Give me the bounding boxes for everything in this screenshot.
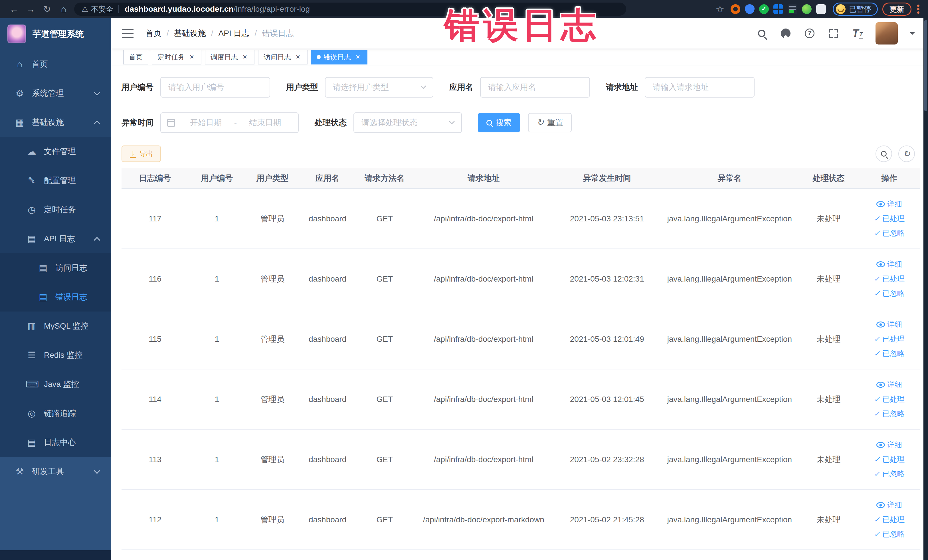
mark-processed-link[interactable]: 已处理 [874,455,905,464]
bookmark-star-icon[interactable] [716,3,724,15]
sidebar-item[interactable]: ✎ 配置管理 [0,166,111,195]
sidebar-scrollbar[interactable] [0,550,111,560]
browser-reload-icon[interactable] [39,0,55,18]
user-id-input[interactable] [160,77,270,98]
mark-processed-link[interactable]: 已处理 [874,394,905,404]
detail-link[interactable]: 详细 [876,319,902,330]
mark-ignored-link[interactable]: 已忽略 [874,288,905,298]
tab[interactable]: 首页 [123,50,148,64]
user-type-select[interactable]: 请选择用户类型 [325,77,433,98]
tab[interactable]: 定时任务 [152,50,201,64]
tab[interactable]: 错误日志 [311,50,368,64]
browser-scrollbar[interactable] [923,18,928,560]
sidebar-item[interactable]: ☰ Redis 监控 [0,340,111,370]
sidebar-item[interactable]: ⌂ 首页 [0,50,111,79]
close-icon[interactable] [188,53,196,61]
browser-home-icon[interactable] [55,0,72,18]
search-button[interactable]: 搜索 [478,113,520,132]
end-date-placeholder: 结束日期 [238,117,292,128]
breadcrumb-separator: / [211,29,214,38]
sidebar-item[interactable]: ◎ 链路追踪 [0,399,111,428]
fullscreen-icon[interactable] [827,27,839,40]
sidebar-item[interactable]: ▤ API 日志 [0,224,111,253]
request-url-input[interactable] [645,77,754,98]
help-icon[interactable] [804,27,816,40]
close-icon[interactable] [294,53,302,61]
mark-processed-link[interactable]: 已处理 [874,334,905,344]
extension-leaf-icon[interactable] [802,4,812,14]
breadcrumb-link[interactable]: 基础设施 [174,28,206,39]
sidebar-item[interactable]: ▦ 基础设施 [0,108,111,137]
sidebar-item[interactable]: ▤ 访问日志 [0,253,111,282]
extension-shield-icon[interactable] [745,4,754,14]
breadcrumb-link[interactable]: API 日志 [218,28,250,39]
extension-onoff-icon[interactable] [788,4,797,14]
process-status-select[interactable]: 请选择处理状态 [353,112,462,133]
breadcrumb-item: 基础设施 / [174,28,218,39]
user-menu-caret-icon[interactable] [910,32,915,37]
sidebar-item[interactable]: ▥ MySQL 监控 [0,311,111,340]
extensions-puzzle-icon[interactable] [816,4,826,14]
refresh-icon [537,118,544,127]
sidebar-item[interactable]: ⚒ 研发工具 [0,457,111,486]
cell-exception: java.lang.IllegalArgumentException [661,249,798,309]
browser-update-button[interactable]: 更新 [882,3,911,16]
cell-log-id: 117 [122,189,189,249]
error-log-icon: ▤ [37,291,49,302]
browser-menu-icon[interactable] [917,8,919,10]
hamburger-icon[interactable] [122,29,133,38]
exception-time-range-picker[interactable]: 开始日期 - 结束日期 [160,112,299,133]
search-icon[interactable] [756,27,768,40]
close-icon[interactable] [354,53,362,61]
detail-link[interactable]: 详细 [876,199,902,209]
sidebar-item[interactable]: ⚙ 系统管理 [0,79,111,108]
profile-paused-badge[interactable]: 已暂停 [833,3,878,16]
extension-check-icon[interactable] [759,4,769,14]
extension-grid-icon[interactable] [773,4,783,14]
cell-method: GET [356,429,414,490]
reset-button[interactable]: 重置 [528,113,572,132]
filter-row-1: 用户编号 用户类型 请选择用户类型 应用名 请求地址 [122,77,920,98]
mark-processed-link[interactable]: 已处理 [874,515,905,525]
extension-orange-icon[interactable] [731,4,740,14]
col-log-id: 日志编号 [122,168,189,189]
sidebar-item[interactable]: ▤ 错误日志 [0,282,111,311]
browser-back-icon[interactable] [6,0,22,18]
sidebar-item[interactable]: ◷ 定时任务 [0,195,111,224]
cell-url: /api/infra/db-doc/export-html [414,309,553,369]
check-icon [874,289,880,298]
breadcrumb-link[interactable]: 首页 [145,28,162,39]
mark-ignored-link[interactable]: 已忽略 [874,349,905,359]
url-path: /infra/log/api-error-log [234,5,310,14]
browser-forward-icon[interactable] [22,0,39,18]
app-logo[interactable]: 芋道管理系统 [0,18,111,50]
mark-ignored-link[interactable]: 已忽略 [874,529,905,539]
chevron-down-icon [420,83,426,89]
cell-time: 2021-05-03 12:02:31 [553,249,661,309]
export-button[interactable]: 导出 [122,145,161,162]
close-icon[interactable] [241,53,249,61]
app-title: 芋道管理系统 [32,28,84,40]
tab[interactable]: 调度日志 [205,50,255,64]
breadcrumb-link[interactable]: 错误日志 [262,28,294,39]
mark-ignored-link[interactable]: 已忽略 [874,228,905,238]
user-avatar[interactable] [876,22,898,44]
mark-processed-link[interactable]: 已处理 [874,274,905,284]
detail-link[interactable]: 详细 [876,500,902,510]
tab[interactable]: 访问日志 [258,50,308,64]
detail-link[interactable]: 详细 [876,259,902,269]
toggle-search-button[interactable] [876,145,892,162]
github-icon[interactable] [780,27,792,40]
mark-processed-link[interactable]: 已处理 [874,214,905,224]
font-size-icon[interactable] [852,27,864,40]
sidebar-item[interactable]: ☁ 文件管理 [0,137,111,166]
app-name-input[interactable] [480,77,590,98]
detail-link[interactable]: 详细 [876,380,902,390]
mark-ignored-link[interactable]: 已忽略 [874,469,905,479]
detail-link[interactable]: 详细 [876,440,902,450]
sidebar-item[interactable]: ▤ 日志中心 [0,428,111,457]
refresh-table-button[interactable] [898,145,915,162]
mark-ignored-link[interactable]: 已忽略 [874,409,905,419]
scrollbar-thumb[interactable] [924,20,927,111]
sidebar-item[interactable]: ⌨ Java 监控 [0,370,111,399]
